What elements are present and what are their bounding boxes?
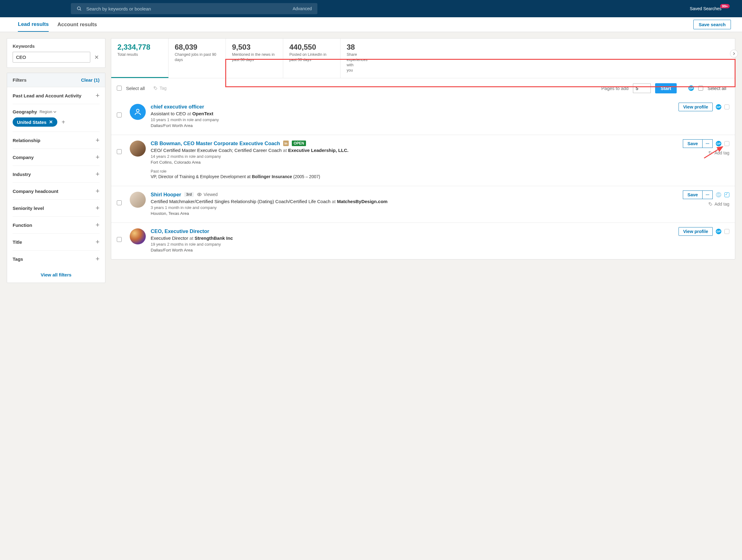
advanced-search-link[interactable]: Advanced (293, 6, 312, 11)
svg-line-1 (80, 9, 81, 10)
result-avatar[interactable] (130, 104, 146, 120)
more-actions-button[interactable]: ··· (702, 139, 713, 148)
facet-label: Title (13, 240, 22, 245)
keywords-clear-icon[interactable]: ✕ (93, 54, 100, 61)
geography-chip[interactable]: United States ✕ (13, 117, 57, 127)
plus-icon[interactable]: + (96, 137, 100, 144)
facet-title[interactable]: Title+ (13, 234, 100, 251)
stats-next-icon[interactable] (730, 50, 738, 58)
facet-past-activity[interactable]: Past Lead and Account Activity + (13, 87, 100, 104)
keywords-input[interactable] (13, 52, 90, 62)
result-checkbox[interactable] (117, 237, 122, 242)
linkedin-badge-icon: in (283, 141, 289, 146)
svg-point-7 (709, 203, 710, 203)
facet-company-headcount[interactable]: Company headcount+ (13, 183, 100, 200)
result-name-link[interactable]: chief executive officer (151, 104, 204, 110)
filters-clear-link[interactable]: Clear (1) (81, 78, 100, 83)
result-checkbox[interactable] (117, 112, 122, 117)
result-location: Dallas/Fort Worth Area (151, 248, 729, 252)
stat-mentioned-news[interactable]: 9,503 Mentioned in the news in past 30 d… (226, 39, 283, 78)
result-avatar[interactable] (130, 228, 146, 244)
result-name-link[interactable]: Shirl Hooper (151, 192, 181, 198)
gp-badge-icon[interactable]: GP (716, 229, 721, 234)
stats-card: 2,334,778 Total results 68,039 Changed j… (111, 38, 735, 259)
facet-label: Company (13, 155, 34, 160)
gp-badge-icon[interactable]: GP (716, 192, 721, 198)
facet-label: Seniority level (13, 206, 44, 211)
facet-label: Function (13, 222, 32, 228)
stat-label: Total results (117, 52, 162, 57)
stat-posted-linkedin[interactable]: 440,550 Posted on LinkedIn in past 30 da… (283, 39, 340, 78)
search-icon (76, 6, 82, 11)
stat-total-results[interactable]: 2,334,778 Total results (111, 39, 168, 78)
facet-industry[interactable]: Industry+ (13, 166, 100, 183)
add-tag-button[interactable]: Add tag (708, 202, 729, 206)
view-all-filters-link[interactable]: View all filters (41, 272, 71, 277)
plus-icon[interactable]: + (96, 239, 100, 245)
svg-point-2 (154, 87, 155, 88)
facet-tags[interactable]: Tags+ (13, 251, 100, 267)
keywords-card: Keywords ✕ (7, 38, 105, 68)
result-headline: Executive Director at StrengthBank Inc (151, 236, 729, 241)
gp-badge-icon[interactable]: GP (716, 141, 721, 146)
tab-account-results[interactable]: Account results (57, 18, 97, 32)
select-all-label: Select all (126, 86, 145, 91)
facet-label: Geography (13, 109, 37, 114)
facet-geography[interactable]: Geography Region (13, 104, 100, 117)
plus-icon[interactable]: + (96, 255, 100, 262)
ext-select-all-checkbox[interactable] (698, 86, 703, 91)
result-name-link[interactable]: CB Bowman, CEO Master Corporate Executiv… (151, 141, 280, 146)
plus-icon[interactable]: + (96, 92, 100, 99)
facet-label: Company headcount (13, 189, 58, 194)
result-checkbox[interactable] (117, 149, 122, 154)
result-checkbox[interactable] (117, 200, 122, 205)
facet-function[interactable]: Function+ (13, 217, 100, 234)
plus-icon[interactable]: + (96, 221, 100, 228)
tab-lead-results[interactable]: Lead results (18, 17, 49, 32)
result-avatar[interactable] (130, 141, 146, 157)
global-search[interactable]: Advanced (71, 3, 317, 14)
facet-relationship[interactable]: Relationship+ (13, 132, 100, 149)
pages-to-add-input[interactable] (633, 84, 651, 93)
plus-icon[interactable]: + (96, 154, 100, 161)
more-actions-button[interactable]: ··· (702, 191, 713, 199)
result-select-checkbox[interactable] (725, 141, 729, 146)
results-subnav: Lead results Account results Save search (0, 17, 742, 32)
viewed-indicator: Viewed (197, 192, 218, 197)
save-button[interactable]: Save (683, 191, 702, 199)
stat-share-exp[interactable]: 38 Share experiences with you (340, 39, 362, 78)
facet-label: Industry (13, 172, 31, 177)
start-button[interactable]: Start (655, 83, 677, 93)
plus-icon[interactable]: + (96, 205, 100, 211)
plus-icon[interactable]: + (96, 171, 100, 177)
ext-select-all-label: Select all (707, 86, 726, 91)
result-select-checkbox[interactable] (725, 229, 729, 234)
gp-badge-icon: GP (688, 85, 694, 91)
plus-icon[interactable]: + (96, 188, 100, 195)
select-all-checkbox[interactable] (117, 86, 122, 91)
save-search-button[interactable]: Save search (693, 20, 731, 29)
result-select-checkbox[interactable] (725, 104, 729, 109)
geography-add-icon[interactable]: + (62, 119, 65, 126)
result-select-checkbox[interactable] (725, 192, 729, 197)
add-tag-button[interactable]: Add tag (708, 150, 729, 155)
result-row: CEO, Executive DirectorExecutive Directo… (111, 222, 735, 259)
pages-to-add-label: Pages to add (601, 86, 629, 91)
view-profile-button[interactable]: View profile (679, 227, 713, 236)
gp-badge-icon[interactable]: GP (716, 104, 721, 110)
saved-searches-link[interactable]: Saved Searches (690, 6, 722, 11)
facet-company[interactable]: Company+ (13, 149, 100, 166)
geography-scope[interactable]: Region (40, 109, 56, 114)
result-headline: CEO/ Certified Master Executive Coach; C… (151, 148, 729, 153)
global-search-input[interactable] (86, 6, 293, 11)
facet-label: Past Lead and Account Activity (13, 93, 82, 98)
result-name-link[interactable]: CEO, Executive Director (151, 228, 209, 234)
facet-seniority-level[interactable]: Seniority level+ (13, 200, 100, 217)
person-icon (134, 108, 142, 116)
save-button[interactable]: Save (683, 139, 702, 148)
chip-remove-icon[interactable]: ✕ (49, 119, 53, 125)
result-avatar[interactable] (130, 192, 146, 208)
view-profile-button[interactable]: View profile (679, 103, 713, 111)
result-actions: Save···GP (683, 191, 729, 199)
stat-changed-jobs[interactable]: 68,039 Changed jobs in past 90 days (168, 39, 226, 78)
